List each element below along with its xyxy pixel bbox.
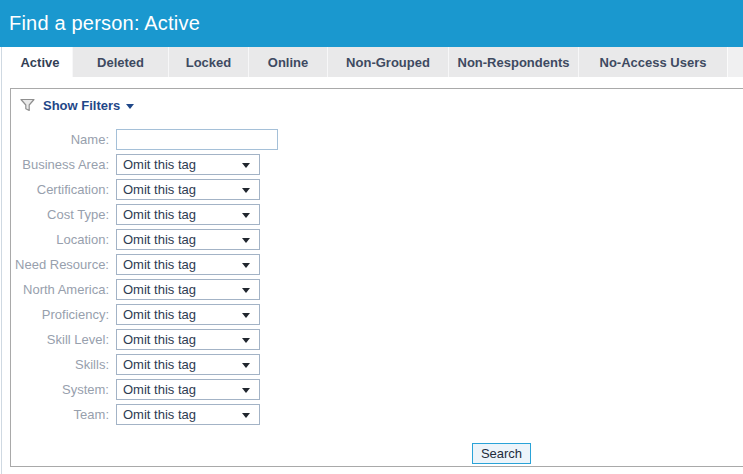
select-value: Omit this tag: [123, 232, 196, 247]
certification-label: Certification:: [11, 182, 109, 197]
show-filters-toggle[interactable]: Show Filters: [19, 96, 134, 114]
filter-row-name: Name:: [11, 129, 743, 150]
filter-row-north-america: North America: Omit this tag: [11, 279, 743, 300]
business-area-select[interactable]: Omit this tag: [116, 154, 260, 175]
caret-down-icon: [242, 288, 250, 293]
skills-label: Skills:: [11, 357, 109, 372]
tab-bar: Active Deleted Locked Online Non-Grouped…: [8, 47, 743, 78]
proficiency-label: Proficiency:: [11, 307, 109, 322]
select-value: Omit this tag: [123, 357, 196, 372]
caret-down-icon: [242, 363, 250, 368]
name-label: Name:: [11, 132, 109, 147]
filter-row-location: Location: Omit this tag: [11, 229, 743, 250]
location-select[interactable]: Omit this tag: [116, 229, 260, 250]
caret-down-icon: [242, 388, 250, 393]
caret-down-icon: [242, 163, 250, 168]
team-select[interactable]: Omit this tag: [116, 404, 260, 425]
tab-locked[interactable]: Locked: [168, 47, 248, 77]
page-title: Find a person: Active: [0, 0, 743, 46]
tab-no-access-users[interactable]: No-Access Users: [578, 47, 727, 77]
tabstrip-filler: [727, 47, 743, 77]
tab-online[interactable]: Online: [248, 47, 327, 77]
tab-non-grouped[interactable]: Non-Grouped: [327, 47, 448, 77]
team-label: Team:: [11, 407, 109, 422]
caret-down-icon: [242, 413, 250, 418]
proficiency-select[interactable]: Omit this tag: [116, 304, 260, 325]
filter-row-team: Team: Omit this tag: [11, 404, 743, 425]
filter-row-need-resource: Need Resource: Omit this tag: [11, 254, 743, 275]
north-america-select[interactable]: Omit this tag: [116, 279, 260, 300]
select-value: Omit this tag: [123, 282, 196, 297]
filter-row-business-area: Business Area: Omit this tag: [11, 154, 743, 175]
skill-level-select[interactable]: Omit this tag: [116, 329, 260, 350]
north-america-label: North America:: [11, 282, 109, 297]
tab-non-respondents[interactable]: Non-Respondents: [448, 47, 578, 77]
tab-deleted[interactable]: Deleted: [72, 47, 168, 77]
need-resource-select[interactable]: Omit this tag: [116, 254, 260, 275]
certification-select[interactable]: Omit this tag: [116, 179, 260, 200]
filters-panel: Show Filters Name: Business Area: Omit t…: [10, 88, 743, 467]
need-resource-label: Need Resource:: [11, 257, 109, 272]
business-area-label: Business Area:: [11, 157, 109, 172]
page-left-border: [1, 47, 2, 474]
select-value: Omit this tag: [123, 407, 196, 422]
select-value: Omit this tag: [123, 207, 196, 222]
select-value: Omit this tag: [123, 157, 196, 172]
cost-type-label: Cost Type:: [11, 207, 109, 222]
caret-down-icon: [242, 338, 250, 343]
skills-select[interactable]: Omit this tag: [116, 354, 260, 375]
filter-form: Name: Business Area: Omit this tag Certi…: [11, 129, 743, 429]
select-value: Omit this tag: [123, 382, 196, 397]
filter-row-certification: Certification: Omit this tag: [11, 179, 743, 200]
filter-row-cost-type: Cost Type: Omit this tag: [11, 204, 743, 225]
cost-type-select[interactable]: Omit this tag: [116, 204, 260, 225]
caret-down-icon: [242, 188, 250, 193]
filter-row-skill-level: Skill Level: Omit this tag: [11, 329, 743, 350]
filter-row-proficiency: Proficiency: Omit this tag: [11, 304, 743, 325]
caret-down-icon: [242, 313, 250, 318]
select-value: Omit this tag: [123, 257, 196, 272]
show-filters-label: Show Filters: [43, 98, 120, 113]
filter-row-system: System: Omit this tag: [11, 379, 743, 400]
caret-down-icon: [126, 104, 134, 109]
caret-down-icon: [242, 213, 250, 218]
select-value: Omit this tag: [123, 332, 196, 347]
funnel-icon: [19, 97, 36, 113]
skill-level-label: Skill Level:: [11, 332, 109, 347]
page-header: Find a person: Active: [0, 0, 743, 47]
select-value: Omit this tag: [123, 182, 196, 197]
search-button[interactable]: Search: [472, 443, 531, 464]
location-label: Location:: [11, 232, 109, 247]
system-select[interactable]: Omit this tag: [116, 379, 260, 400]
tab-active[interactable]: Active: [8, 47, 72, 78]
caret-down-icon: [242, 238, 250, 243]
select-value: Omit this tag: [123, 307, 196, 322]
filter-row-skills: Skills: Omit this tag: [11, 354, 743, 375]
name-input[interactable]: [116, 129, 278, 150]
caret-down-icon: [242, 263, 250, 268]
system-label: System:: [11, 382, 109, 397]
